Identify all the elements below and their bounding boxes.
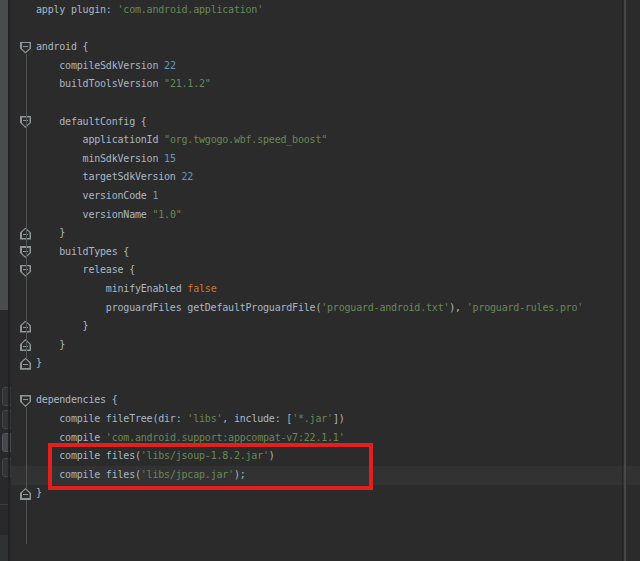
code-token-number: 22 [164,60,176,71]
code-line[interactable] [11,373,640,392]
right-margin-guide [624,0,626,561]
code-line[interactable]: android { [11,38,640,57]
annotation-red-box [48,443,373,490]
code-token-plain: } [36,487,42,498]
code-token-plain: apply plugin: [36,4,118,15]
code-editor[interactable]: apply plugin: 'com.android.application'a… [11,0,640,561]
code-line[interactable] [11,94,640,113]
code-token-keyword: false [187,283,216,294]
code-token-plain: android { [36,41,88,52]
code-line[interactable]: } [11,224,640,243]
code-line[interactable]: minSdkVersion 15 [11,150,640,169]
code-token-plain: dependencies { [36,394,118,405]
code-line[interactable]: } [11,336,640,355]
code-area[interactable]: apply plugin: 'com.android.application'a… [11,1,640,503]
code-token-plain: } [36,227,65,238]
code-line[interactable]: applicationId "org.twgogo.wbf.speed_boos… [11,131,640,150]
code-line[interactable]: apply plugin: 'com.android.application' [11,1,640,20]
gradle-editor-window: apply plugin: 'com.android.application'a… [0,0,640,561]
code-line[interactable]: compileSdkVersion 22 [11,57,640,76]
code-token-string: 'proguard-android.txt' [321,302,449,313]
code-token-plain: defaultConfig { [36,116,147,127]
code-line[interactable]: release { [11,261,640,280]
code-token-plain: versionName [36,209,152,220]
code-token-string: 'com.android.support:appcompat-v7:22.1.1… [106,432,345,443]
code-token-plain: compile [36,432,106,443]
code-token-plain: buildTypes { [36,246,129,257]
code-token-plain: buildToolsVersion [36,78,164,89]
code-line[interactable]: compile fileTree(dir: 'libs', include: [… [11,410,640,429]
code-token-plain: } [36,339,65,350]
code-token-string: 'proguard-rules.pro' [467,302,583,313]
code-token-plain: minifyEnabled [36,283,187,294]
code-token-plain: , include: [ [222,413,292,424]
code-token-string: 'com.android.application' [118,4,264,15]
panel-divider [8,0,10,561]
code-line[interactable]: } [11,317,640,336]
code-line[interactable]: defaultConfig { [11,113,640,132]
code-token-string: "1.0" [152,209,181,220]
code-token-plain: release { [36,264,135,275]
code-token-number: 1 [152,190,158,201]
code-token-plain: } [36,320,88,331]
code-line[interactable]: buildTypes { [11,243,640,262]
code-token-plain: ]) [333,413,345,424]
code-token-plain: proguardFiles getDefaultProguardFile( [36,302,321,313]
code-token-plain: compile fileTree(dir: [36,413,187,424]
code-line[interactable]: proguardFiles getDefaultProguardFile('pr… [11,299,640,318]
code-line[interactable] [11,20,640,39]
code-token-plain: } [36,357,42,368]
code-line[interactable]: versionCode 1 [11,187,640,206]
code-token-string: '*.jar' [292,413,333,424]
right-margin-guide [622,0,623,561]
code-token-plain: versionCode [36,190,152,201]
code-token-plain: targetSdkVersion [36,171,182,182]
code-token-string: "org.twgogo.wbf.speed_boost" [164,134,327,145]
code-token-number: 22 [182,171,194,182]
code-token-plain: minSdkVersion [36,153,164,164]
code-token-string: "21.1.2" [164,78,211,89]
left-panel-edge [0,0,11,561]
code-token-plain: ), [449,302,466,313]
code-token-string: 'libs' [187,413,222,424]
code-line[interactable]: dependencies { [11,391,640,410]
code-line[interactable]: targetSdkVersion 22 [11,168,640,187]
code-line[interactable]: buildToolsVersion "21.1.2" [11,75,640,94]
code-token-plain: compileSdkVersion [36,60,164,71]
code-line[interactable]: minifyEnabled false [11,280,640,299]
code-line[interactable]: } [11,354,640,373]
code-token-plain: applicationId [36,134,164,145]
scrollbar-thumb[interactable] [0,0,8,310]
code-token-number: 15 [164,153,176,164]
fold-guide-line [26,500,27,544]
code-line[interactable]: versionName "1.0" [11,206,640,225]
